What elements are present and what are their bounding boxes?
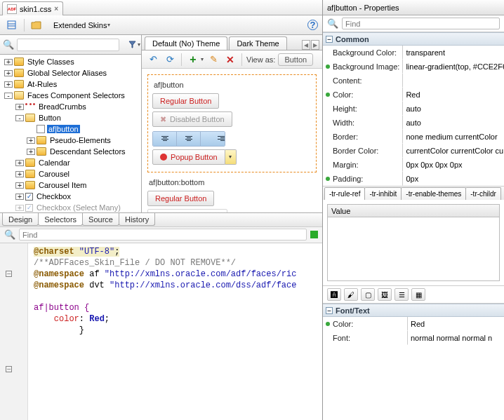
property-row[interactable]: Background Color:transparent xyxy=(323,46,504,60)
property-value[interactable]: Red xyxy=(407,317,504,331)
tree-node[interactable]: +✓Checkbox xyxy=(0,191,141,202)
tree-search-input[interactable] xyxy=(17,39,119,51)
tool-icon[interactable]: 🖼 xyxy=(378,288,392,301)
fold-icon[interactable]: − xyxy=(6,366,12,372)
tree-node[interactable]: +Pseudo-Elements xyxy=(0,135,141,146)
tree-node[interactable]: +BreadCrumbs xyxy=(0,101,141,112)
section-common[interactable]: − Common xyxy=(323,32,504,46)
regular-button[interactable]: Regular Button xyxy=(152,93,219,109)
extended-skins-dropdown[interactable]: Extended Skins ▾ xyxy=(48,18,115,32)
section-font-text[interactable]: − Font/Text xyxy=(323,304,504,317)
disabled-button[interactable]: ✖Disabled Button xyxy=(152,111,232,127)
twisty-icon[interactable]: + xyxy=(4,70,13,76)
tree-node[interactable]: +At-Rules xyxy=(0,79,141,90)
popup-button-dropdown[interactable]: ▾ xyxy=(225,149,237,165)
property-row[interactable]: Background Image:linear-gradient(top, #C… xyxy=(323,60,504,74)
tab-selectors[interactable]: Selectors xyxy=(38,213,83,226)
property-value[interactable]: auto xyxy=(402,102,504,116)
tree-node[interactable]: +Descendant Selectors xyxy=(0,146,141,157)
twisty-icon[interactable]: - xyxy=(15,115,24,121)
property-row[interactable]: Font:normal normal normal n xyxy=(323,331,504,345)
chevron-down-icon[interactable]: ▾ xyxy=(201,56,204,62)
tool-icon[interactable]: ▢ xyxy=(361,288,375,301)
filter-icon[interactable] xyxy=(128,38,137,52)
search-icon[interactable]: 🔍 xyxy=(4,229,15,240)
twisty-icon[interactable]: + xyxy=(4,59,13,65)
tab-default-theme[interactable]: Default (No) Theme xyxy=(145,36,227,50)
collapse-icon[interactable]: − xyxy=(326,36,333,43)
tree-node[interactable]: +Global Selector Aliases xyxy=(0,67,141,79)
source-find-input[interactable] xyxy=(19,229,307,241)
tab-tr-children[interactable]: -tr-childr xyxy=(465,187,501,200)
twisty-icon[interactable]: + xyxy=(15,171,24,177)
tab-design[interactable]: Design xyxy=(2,213,39,226)
folder-icon[interactable] xyxy=(30,18,44,32)
file-tab[interactable]: ADF skin1.css × xyxy=(2,1,63,15)
tree-node[interactable]: +Carousel xyxy=(0,168,141,179)
edit-icon[interactable]: ✎ xyxy=(206,53,220,67)
property-value[interactable]: Red xyxy=(402,88,504,102)
scroll-right-icon[interactable]: ▶ xyxy=(311,40,319,50)
search-icon[interactable]: 🔍 xyxy=(3,39,14,50)
property-row[interactable]: Width:auto xyxy=(323,116,504,130)
help-icon[interactable]: ? xyxy=(307,20,318,30)
twisty-icon[interactable] xyxy=(27,126,35,133)
list-view-icon[interactable] xyxy=(4,18,18,32)
tool-icon[interactable]: ☰ xyxy=(394,288,409,301)
twisty-icon[interactable]: + xyxy=(15,205,24,211)
property-row[interactable]: Margin:0px 0px 0px 0px xyxy=(323,158,504,172)
property-row[interactable]: Border Color:currentColor currentColor c… xyxy=(323,144,504,158)
tree-node[interactable]: af|button xyxy=(0,123,141,135)
twisty-icon[interactable]: + xyxy=(15,194,24,200)
view-as-value[interactable]: Button xyxy=(278,53,313,66)
refresh-back-icon[interactable]: ↶ xyxy=(146,53,160,67)
property-value[interactable]: normal normal normal n xyxy=(407,331,504,345)
property-value[interactable]: auto xyxy=(402,116,504,130)
tool-icon[interactable]: 🖌 xyxy=(344,288,358,301)
property-value[interactable] xyxy=(402,74,504,88)
refresh-icon[interactable]: ⟳ xyxy=(163,53,177,67)
delete-icon[interactable]: ✕ xyxy=(223,53,237,67)
source-code[interactable]: − − @charset "UTF-8"; /**ADFFaces_Skin_F… xyxy=(0,243,322,421)
fold-icon[interactable]: − xyxy=(6,271,12,277)
property-row[interactable]: Border:none medium currentColor xyxy=(323,130,504,144)
scroll-left-icon[interactable]: ◀ xyxy=(302,40,310,50)
twisty-icon[interactable]: + xyxy=(4,81,13,88)
tab-source[interactable]: Source xyxy=(82,213,119,226)
tree-node[interactable]: -Faces Component Selectors xyxy=(0,90,141,101)
tool-icon[interactable]: ▦ xyxy=(411,288,425,301)
property-value[interactable]: transparent xyxy=(402,46,504,60)
property-row[interactable]: Color:Red xyxy=(323,317,504,331)
property-row[interactable]: Height:auto xyxy=(323,102,504,116)
tree-node[interactable]: +Calendar xyxy=(0,157,141,168)
property-row[interactable]: Content: xyxy=(323,74,504,88)
tab-tr-enable-themes[interactable]: -tr-enable-themes xyxy=(401,187,466,200)
tree-node[interactable]: -Button xyxy=(0,112,141,123)
chevron-down-icon[interactable]: ▾ xyxy=(138,41,140,48)
disabled-button[interactable]: ✖Disabled Button xyxy=(147,209,227,212)
selector-tree[interactable]: +Style Classes+Global Selector Aliases+A… xyxy=(0,55,141,212)
twisty-icon[interactable]: + xyxy=(15,104,24,110)
twisty-icon[interactable]: + xyxy=(27,149,35,155)
tab-tr-rule-ref[interactable]: -tr-rule-ref xyxy=(324,187,365,200)
twisty-icon[interactable]: + xyxy=(27,137,35,144)
align-center-icon[interactable] xyxy=(177,132,201,146)
close-icon[interactable]: × xyxy=(54,5,58,13)
popup-button[interactable]: Popup Button xyxy=(152,149,225,165)
tree-node[interactable]: +Style Classes xyxy=(0,56,141,67)
tree-node[interactable]: +Carousel Item xyxy=(0,179,141,191)
regular-button[interactable]: Regular Button xyxy=(147,191,214,206)
twisty-icon[interactable]: + xyxy=(15,160,24,166)
align-right-icon[interactable] xyxy=(201,132,225,146)
property-row[interactable]: Color:Red xyxy=(323,88,504,102)
property-value[interactable]: none medium currentColor xyxy=(402,130,504,144)
align-segmented[interactable] xyxy=(152,131,225,147)
property-value[interactable]: linear-gradient(top, #CCE2F6 xyxy=(402,60,504,74)
tool-icon[interactable]: 🅰 xyxy=(327,288,341,301)
property-value[interactable]: currentColor currentColor cur xyxy=(402,144,504,158)
search-icon[interactable]: 🔍 xyxy=(327,18,338,29)
property-row[interactable]: Padding:0px xyxy=(323,172,504,186)
align-left-icon[interactable] xyxy=(153,132,177,146)
collapse-icon[interactable]: − xyxy=(326,307,333,314)
tree-node[interactable]: +✓Checkbox (Select Many) xyxy=(0,202,141,212)
